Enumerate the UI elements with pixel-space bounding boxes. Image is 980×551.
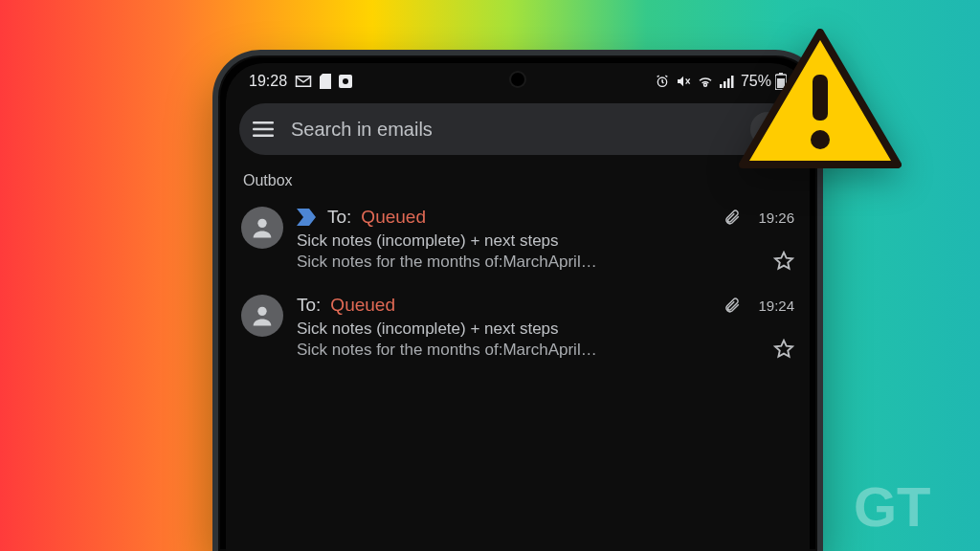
signal-icon [720, 75, 735, 88]
svg-rect-5 [727, 78, 730, 88]
section-label: Outbox [243, 172, 810, 189]
important-chevron-icon [297, 209, 318, 226]
phone-frame: 19:28 [212, 50, 823, 551]
phone-screen: 19:28 [226, 63, 810, 551]
email-row[interactable]: To: Queued 19:24 Sick notes (incomplete)… [226, 281, 810, 369]
front-camera [511, 73, 524, 86]
attachment-icon [724, 209, 741, 226]
to-label: To: [297, 295, 321, 316]
email-preview: Sick notes for the months of:MarchApril… [297, 341, 764, 360]
app-icon [339, 75, 352, 88]
svg-point-16 [811, 130, 830, 149]
mute-icon [676, 74, 691, 89]
svg-rect-6 [731, 76, 734, 88]
gmail-icon [295, 75, 312, 88]
queued-status: Queued [361, 207, 426, 228]
to-label: To: [327, 207, 351, 228]
svg-rect-11 [253, 128, 274, 130]
svg-rect-15 [813, 75, 828, 121]
email-subject: Sick notes (incomplete) + next steps [297, 231, 794, 251]
star-icon[interactable] [773, 251, 794, 272]
svg-rect-4 [724, 81, 726, 88]
watermark-logo: GT [854, 474, 969, 543]
stage: 19:28 [0, 0, 980, 551]
status-time: 19:28 [249, 73, 287, 90]
email-row[interactable]: To: Queued 19:26 Sick notes (incomplete)… [226, 193, 810, 281]
svg-rect-3 [720, 84, 723, 88]
search-bar[interactable]: Search in emails [239, 103, 796, 155]
svg-point-13 [257, 219, 266, 228]
sender-avatar [241, 295, 283, 337]
wifi-icon [697, 75, 714, 88]
attachment-icon [724, 297, 741, 314]
svg-rect-10 [253, 121, 274, 123]
sd-card-icon [320, 74, 331, 89]
svg-point-14 [257, 307, 266, 316]
phone-side-button [817, 247, 823, 304]
svg-rect-12 [253, 135, 274, 137]
watermark-text: GT [854, 475, 931, 538]
search-input[interactable]: Search in emails [291, 119, 735, 141]
phone-side-button [817, 333, 823, 438]
queued-status: Queued [330, 295, 395, 316]
email-preview: Sick notes for the months of:MarchApril… [297, 253, 764, 272]
svg-point-1 [343, 78, 348, 84]
warning-triangle-icon [737, 27, 903, 172]
email-subject: Sick notes (incomplete) + next steps [297, 320, 794, 339]
star-icon[interactable] [773, 339, 794, 360]
sender-avatar [241, 207, 283, 249]
email-time: 19:24 [758, 298, 794, 314]
menu-icon[interactable] [253, 118, 276, 141]
email-time: 19:26 [758, 209, 794, 226]
alarm-icon [655, 74, 670, 89]
